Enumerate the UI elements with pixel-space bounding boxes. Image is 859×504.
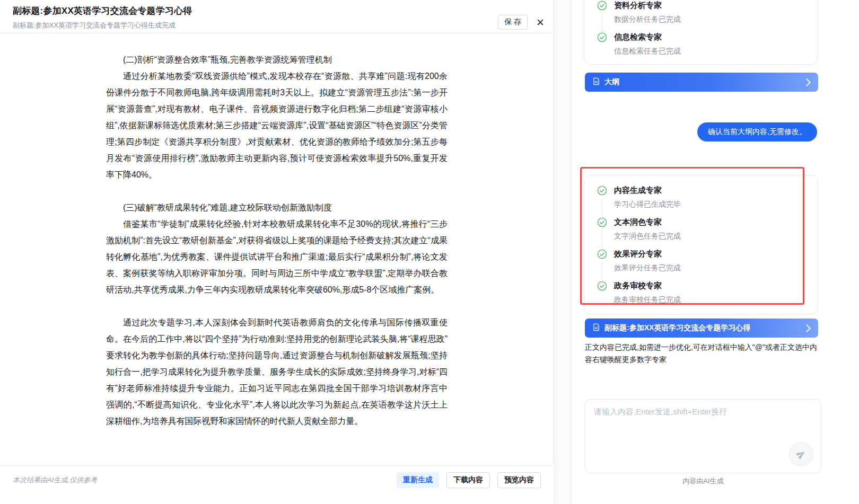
check-circle-icon [597, 1, 607, 11]
check-circle-icon [597, 217, 607, 227]
paragraph: 通过此次专题学习,本人深刻体会到新时代英语教师肩负的文化传承与国际传播双重使命。… [106, 314, 448, 429]
chat-input[interactable] [585, 400, 821, 473]
expert-name: 效果评分专家 [614, 249, 681, 259]
check-circle-icon [597, 249, 607, 259]
download-button[interactable]: 下载内容 [446, 472, 490, 488]
subtitle-bar-label: 副标题:参加XX英语学习交流会专题学习心得 [604, 323, 750, 333]
document-status-text: 副标题:参加XX英语学习交流会专题学习心得生成完成 [13, 21, 540, 30]
editor-header-controls: 保 存 ✕ [498, 15, 546, 30]
expert-status: 文字润色任务已完成 [614, 231, 681, 241]
chevron-right-icon[interactable] [806, 78, 811, 86]
completion-note: 正文内容已完成,如需进一步优化,可在对话框中输入"@"或者正文选中内容右键唤醒更… [585, 341, 822, 366]
expert-progress-card-main: 内容生成专家 学习心得已生成完毕 文本润色专家 文字润色任务已完成 效果评分 [584, 175, 818, 314]
document-icon [592, 323, 600, 333]
expert-name: 文本润色专家 [614, 217, 681, 227]
expert-status: 效果评分任务已完成 [614, 262, 681, 273]
close-icon[interactable]: ✕ [535, 16, 546, 29]
expert-name: 信息检索专家 [614, 32, 681, 42]
editor-header: 副标题:参加XX英语学习交流会专题学习心得 副标题:参加XX英语学习交流会专题学… [0, 0, 553, 33]
expert-item: 资料分析专家 数据分析任务已完成 [597, 0, 805, 24]
save-button[interactable]: 保 存 [498, 15, 528, 30]
expert-item: 信息检索专家 信息检索任务已完成 [597, 32, 805, 56]
assistant-panel: 资料分析专家 数据分析任务已完成 信息检索专家 信息检索任务已完成 大纲 [571, 0, 859, 504]
check-circle-icon [597, 185, 607, 196]
document-title: 副标题:参加XX英语学习交流会专题学习心得 [13, 5, 540, 17]
paper-plane-icon [796, 449, 807, 459]
expert-status: 数据分析任务已完成 [614, 14, 681, 24]
expert-item: 内容生成专家 学习心得已生成完毕 [597, 185, 805, 209]
expert-name: 政务审校专家 [614, 280, 681, 291]
outline-bar[interactable]: 大纲 [585, 73, 818, 92]
expert-name: 内容生成专家 [614, 185, 681, 196]
check-circle-icon [597, 32, 607, 42]
paragraph: 借鉴某市“学徒制”成果转化经验,针对本校教研成果转化率不足30%的现状,将推行“… [106, 216, 448, 298]
expert-name: 资料分析专家 [614, 0, 681, 11]
expert-progress-card-top: 资料分析专家 数据分析任务已完成 信息检索专家 信息检索任务已完成 [584, 0, 818, 65]
expert-status: 信息检索任务已完成 [614, 46, 681, 56]
chevron-right-icon[interactable] [806, 324, 811, 332]
send-button[interactable] [789, 442, 813, 466]
outline-bar-label: 大纲 [604, 77, 619, 87]
footer-buttons: 重新生成 下载内容 预览内容 [397, 472, 541, 488]
section-heading: (三)破解“教研成果转化”难题,建立校际联动创新激励制度 [106, 199, 448, 216]
expert-item: 政务审校专家 政务审校任务已完成 [597, 280, 805, 305]
app-window: 副标题:参加XX英语学习交流会专题学习心得 副标题:参加XX英语学习交流会专题学… [0, 0, 859, 504]
ai-disclaimer-text: 本次结果由AI生成,仅供参考 [13, 472, 97, 485]
regenerate-button[interactable]: 重新生成 [397, 472, 439, 488]
expert-status: 政务审校任务已完成 [614, 294, 681, 305]
expert-status: 学习心得已生成完毕 [614, 199, 681, 209]
preview-button[interactable]: 预览内容 [497, 472, 541, 488]
expert-item: 效果评分专家 效果评分任务已完成 [597, 249, 805, 273]
document-paper: 副标题:参加XX英语学习交流会专题学习心得 副标题:参加XX英语学习交流会专题学… [0, 0, 554, 504]
document-icon [592, 77, 600, 87]
document-content[interactable]: (二)剖析“资源整合效率”瓶颈,完善教学资源统筹管理机制 通过分析某地教委“双线… [0, 33, 553, 429]
expert-item: 文本润色专家 文字润色任务已完成 [597, 217, 805, 241]
subtitle-result-bar[interactable]: 副标题:参加XX英语学习交流会专题学习心得 [585, 319, 818, 338]
section-heading: (二)剖析“资源整合效率”瓶颈,完善教学资源统筹管理机制 [106, 51, 448, 68]
editor-footer: 本次结果由AI生成,仅供参考 重新生成 下载内容 预览内容 [0, 465, 554, 504]
editor-drawer: 副标题:参加XX英语学习交流会专题学习心得 副标题:参加XX英语学习交流会专题学… [0, 0, 571, 504]
confirm-outline-button[interactable]: 确认当前大纲内容,无需修改。 [697, 122, 817, 142]
ai-generated-note: 内容由AI生成 [585, 476, 821, 486]
paragraph: 通过分析某地教委“双线资源供给”模式,发现本校存在“资源散、共享难”问题:现有2… [106, 68, 448, 183]
check-circle-icon [597, 281, 607, 291]
chat-input-box [585, 399, 821, 473]
